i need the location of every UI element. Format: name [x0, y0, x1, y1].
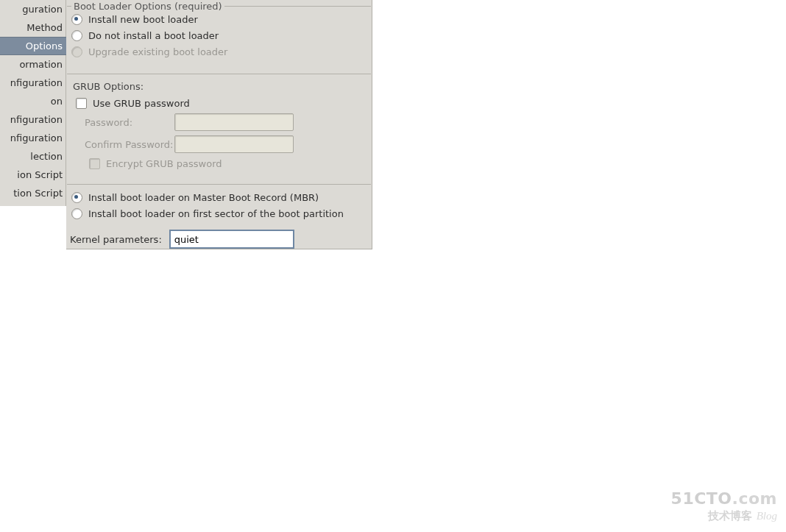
kernel-params-label: Kernel parameters: [70, 234, 162, 245]
sidebar-item-8[interactable]: lection [0, 147, 66, 166]
sidebar-item-6[interactable]: nfiguration [0, 110, 66, 129]
blank-area [372, 0, 786, 532]
password-label: Password: [85, 117, 174, 128]
confirm-password-label: Confirm Password: [85, 139, 174, 150]
sidebar-item-4[interactable]: nfiguration [0, 74, 66, 92]
sidebar-item-10[interactable]: tion Script [0, 184, 66, 202]
radio-do-not-install[interactable]: Do not install a boot loader [67, 27, 371, 43]
check-encrypt-grub: Encrypt GRUB password [67, 155, 371, 171]
bootloader-options-group: Boot Loader Options (required) Install n… [67, 6, 371, 70]
radio-install-mbr[interactable]: Install boot loader on Master Boot Recor… [67, 189, 371, 205]
radio-label: Install new boot loader [88, 14, 198, 25]
kernel-params-input[interactable] [169, 230, 294, 249]
checkbox-label: Encrypt GRUB password [106, 158, 222, 169]
radio-icon [71, 192, 82, 203]
radio-icon [71, 208, 82, 219]
sidebar: gurationMethodOptionsormationnfiguration… [0, 0, 66, 206]
checkbox-icon [76, 98, 87, 109]
radio-install-first-sector[interactable]: Install boot loader on first sector of t… [67, 205, 371, 221]
checkbox-label: Use GRUB password [93, 98, 190, 109]
kernel-params-group: Kernel parameters: [67, 224, 371, 250]
main-panel: Boot Loader Options (required) Install n… [66, 0, 372, 249]
install-location-group: Install boot loader on Master Boot Recor… [67, 184, 371, 223]
sidebar-item-3[interactable]: ormation [0, 55, 66, 74]
password-input [174, 113, 294, 131]
radio-upgrade: Upgrade existing boot loader [67, 43, 371, 60]
grub-section-label: GRUB Options: [67, 79, 371, 95]
radio-label: Do not install a boot loader [88, 30, 219, 41]
radio-icon [71, 30, 82, 41]
sidebar-item-5[interactable]: on [0, 92, 66, 110]
radio-icon [71, 46, 82, 57]
checkbox-icon [89, 158, 100, 169]
radio-install-new[interactable]: Install new boot loader [67, 11, 371, 27]
confirm-password-input [174, 135, 294, 153]
radio-label: Install boot loader on Master Boot Recor… [88, 192, 319, 203]
radio-label: Install boot loader on first sector of t… [88, 208, 344, 219]
check-use-grub-password[interactable]: Use GRUB password [67, 95, 371, 111]
sidebar-item-1[interactable]: Method [0, 18, 66, 37]
sidebar-item-7[interactable]: nfiguration [0, 129, 66, 147]
group-title: Boot Loader Options (required) [71, 1, 224, 12]
radio-icon [71, 14, 82, 25]
sidebar-item-2[interactable]: Options [0, 37, 66, 55]
radio-label: Upgrade existing boot loader [88, 46, 227, 57]
password-row: Password: [67, 111, 371, 133]
sidebar-item-9[interactable]: ion Script [0, 166, 66, 184]
confirm-password-row: Confirm Password: [67, 133, 371, 155]
grub-options-group: GRUB Options: Use GRUB password Password… [67, 74, 371, 182]
sidebar-item-0[interactable]: guration [0, 0, 66, 18]
